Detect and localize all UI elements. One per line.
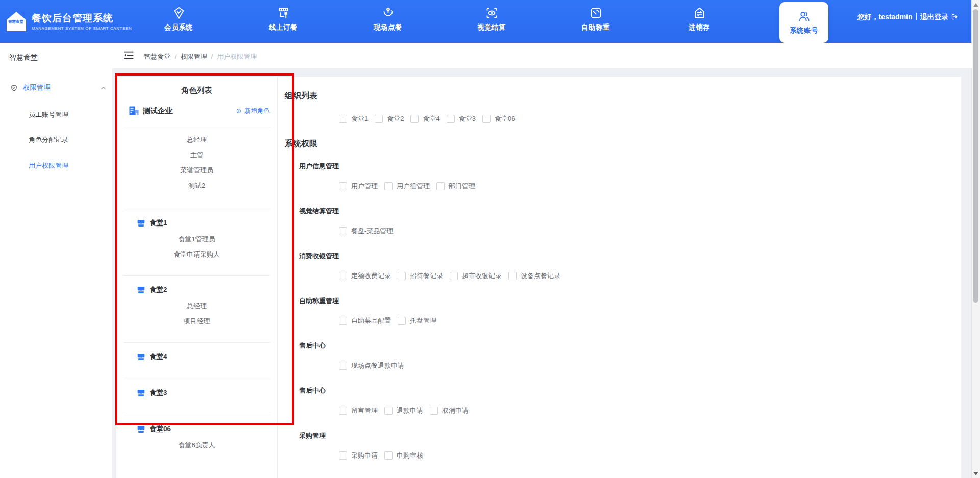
checkbox[interactable]: [339, 182, 347, 190]
nav-item-onsite-order[interactable]: 现场点餐: [360, 5, 416, 38]
checkbox[interactable]: [339, 407, 347, 415]
checkbox-option[interactable]: 用户管理: [339, 182, 378, 191]
role-item[interactable]: 食堂1管理员: [116, 232, 277, 247]
checkbox-option[interactable]: 申购审核: [384, 451, 423, 460]
permission-group-name: 视觉结算管理: [299, 207, 961, 215]
checkbox-option[interactable]: 食堂1: [339, 114, 368, 123]
checkbox-option[interactable]: 采购申请: [339, 451, 378, 460]
checkbox[interactable]: [482, 115, 491, 123]
canteen-name: 食堂06: [150, 424, 171, 434]
checkbox[interactable]: [436, 182, 445, 190]
nav-item-system-account[interactable]: 系统账号: [779, 2, 828, 43]
divider: [124, 379, 270, 379]
checkbox[interactable]: [508, 272, 517, 280]
checkbox-option[interactable]: 留言管理: [339, 406, 378, 415]
system-account-icon: [797, 8, 811, 23]
nav-item-vision-settlement[interactable]: 视觉结算: [463, 5, 520, 38]
checkbox[interactable]: [339, 272, 347, 280]
sidebar-item-user-permission-management[interactable]: 用户权限管理: [29, 161, 68, 170]
role-item[interactable]: 菜谱管理员: [116, 163, 277, 178]
spacer: [116, 361, 277, 368]
checkbox-option[interactable]: 餐盘-菜品管理: [339, 227, 393, 236]
greeting-text: 您好，testadmin: [857, 13, 912, 21]
checkbox[interactable]: [339, 451, 347, 460]
org-checkbox-row: 食堂1食堂2食堂4食堂3食堂06: [339, 114, 961, 123]
sidebar-menu-permission-management[interactable]: 权限管理: [10, 82, 106, 93]
onsite-order-icon: [381, 5, 395, 20]
scroll-down-arrow[interactable]: [973, 472, 978, 475]
checkbox[interactable]: [339, 362, 347, 370]
checkbox[interactable]: [430, 407, 438, 415]
canteen-shop-icon: [137, 425, 145, 434]
permission-group-name: 消费收银管理: [299, 252, 961, 260]
checkbox[interactable]: [384, 407, 393, 415]
nav-item-online-order[interactable]: 线上订餐: [255, 5, 311, 38]
checkbox[interactable]: [339, 227, 347, 235]
top-header-bar: 智慧食堂 餐饮后台管理系统 MANAGEMENT SYSTEM OF SMART…: [0, 0, 972, 43]
checkbox-option[interactable]: 食堂3: [447, 114, 476, 123]
checkbox[interactable]: [339, 317, 347, 325]
logout-button[interactable]: 退出登录: [920, 13, 958, 21]
checkbox[interactable]: [384, 451, 393, 460]
checkbox-option[interactable]: 定额收费记录: [339, 271, 391, 281]
role-item[interactable]: 主管: [116, 147, 277, 163]
canteen-name: 食堂3: [150, 388, 167, 397]
checkbox[interactable]: [375, 115, 383, 123]
checkbox-label: 食堂2: [387, 114, 404, 123]
canteen-group-header: 食堂06: [137, 424, 277, 434]
checkbox[interactable]: [410, 115, 419, 123]
checkbox-label: 招待餐记录: [410, 271, 443, 281]
role-item[interactable]: 食堂6负责人: [116, 438, 277, 453]
checkbox-option[interactable]: 退款申请: [384, 406, 423, 415]
checkbox-option[interactable]: 超市收银记录: [450, 271, 502, 281]
scroll-up-arrow[interactable]: [973, 3, 978, 7]
checkbox-option[interactable]: 设备点餐记录: [508, 271, 560, 281]
collapse-sidebar-icon[interactable]: [124, 51, 134, 60]
vertical-scrollbar[interactable]: [971, 0, 980, 478]
checkbox[interactable]: [398, 272, 406, 280]
checkbox-label: 用户管理: [351, 182, 378, 191]
checkbox[interactable]: [384, 182, 393, 190]
logo-badge-text: 智慧食堂: [8, 19, 24, 24]
breadcrumb-item[interactable]: 权限管理: [181, 53, 207, 60]
permission-group-name: 用户信息管理: [299, 162, 961, 170]
canteen-name: 食堂4: [150, 352, 167, 361]
checkbox-option[interactable]: 取消申请: [430, 406, 469, 415]
checkbox-option[interactable]: 食堂2: [375, 114, 404, 123]
role-item[interactable]: 食堂申请采购人: [116, 247, 277, 262]
nav-item-inventory[interactable]: 进销存: [671, 5, 727, 38]
sidebar-item-employee-accounts[interactable]: 员工账号管理: [29, 110, 68, 119]
checkbox[interactable]: [447, 115, 455, 123]
checkbox-option[interactable]: 用户组管理: [384, 182, 430, 191]
nav-item-membership[interactable]: 会员系统: [151, 5, 207, 38]
checkbox[interactable]: [398, 317, 406, 325]
divider: [124, 342, 270, 343]
checkbox-option[interactable]: 自助菜品配置: [339, 316, 391, 325]
member-system-icon: [172, 5, 186, 20]
checkbox[interactable]: [450, 272, 458, 280]
nav-item-self-weighing[interactable]: 自助称重: [568, 5, 624, 38]
add-role-button[interactable]: 新增角色: [236, 107, 270, 115]
checkbox-label: 退款申请: [397, 406, 423, 415]
permission-group: 用户信息管理用户管理用户组管理部门管理: [285, 162, 961, 191]
chevron-up-icon: [101, 85, 106, 91]
breadcrumb-item[interactable]: 智慧食堂: [144, 53, 170, 60]
role-item[interactable]: 测试2: [116, 178, 277, 193]
sidebar-menu-label: 权限管理: [23, 83, 101, 92]
checkbox-option[interactable]: 现场点餐退款申请: [339, 361, 404, 370]
online-order-icon: [277, 5, 290, 20]
role-item[interactable]: 项目经理: [116, 314, 277, 329]
role-item[interactable]: 总经理: [116, 132, 277, 147]
nav-item-label: 自助称重: [581, 23, 610, 32]
checkbox-option[interactable]: 食堂06: [482, 114, 515, 123]
permission-option-row: 餐盘-菜品管理: [339, 227, 961, 236]
checkbox-label: 食堂1: [351, 114, 368, 123]
checkbox-option[interactable]: 部门管理: [436, 182, 475, 191]
checkbox-option[interactable]: 食堂4: [410, 114, 439, 123]
checkbox-option[interactable]: 托盘管理: [398, 316, 436, 325]
sidebar-item-role-assignment-records[interactable]: 角色分配记录: [29, 135, 68, 144]
role-item[interactable]: 总经理: [116, 298, 277, 314]
checkbox-option[interactable]: 招待餐记录: [398, 271, 443, 281]
scrollbar-thumb[interactable]: [973, 9, 978, 303]
checkbox[interactable]: [339, 115, 347, 123]
